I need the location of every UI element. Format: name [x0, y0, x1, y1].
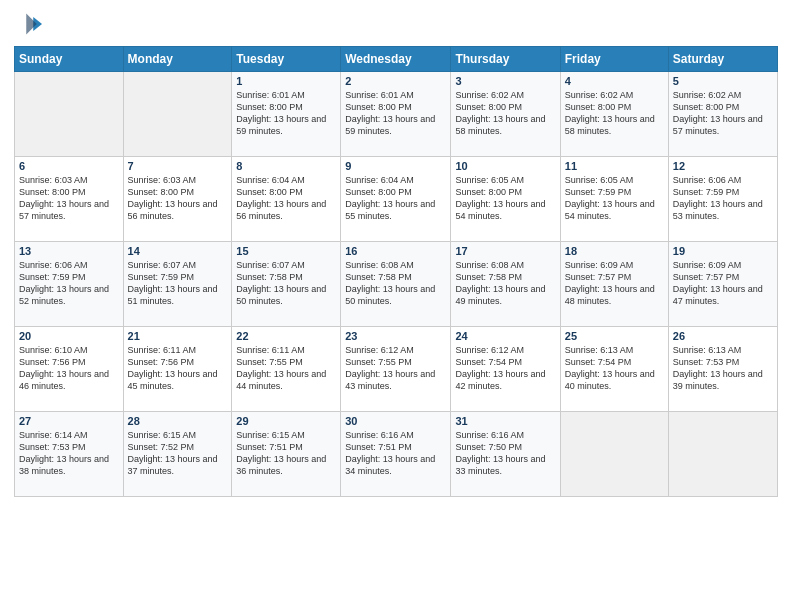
- cell-content: Sunrise: 6:03 AMSunset: 8:00 PMDaylight:…: [128, 174, 228, 223]
- calendar-cell: 29Sunrise: 6:15 AMSunset: 7:51 PMDayligh…: [232, 412, 341, 497]
- svg-marker-1: [26, 14, 37, 35]
- day-header-thursday: Thursday: [451, 47, 560, 72]
- day-number: 22: [236, 330, 336, 342]
- calendar-cell: 27Sunrise: 6:14 AMSunset: 7:53 PMDayligh…: [15, 412, 124, 497]
- calendar-cell: 25Sunrise: 6:13 AMSunset: 7:54 PMDayligh…: [560, 327, 668, 412]
- calendar-cell: 20Sunrise: 6:10 AMSunset: 7:56 PMDayligh…: [15, 327, 124, 412]
- cell-content: Sunrise: 6:08 AMSunset: 7:58 PMDaylight:…: [345, 259, 446, 308]
- cell-content: Sunrise: 6:03 AMSunset: 8:00 PMDaylight:…: [19, 174, 119, 223]
- day-number: 19: [673, 245, 773, 257]
- cell-content: Sunrise: 6:08 AMSunset: 7:58 PMDaylight:…: [455, 259, 555, 308]
- cell-content: Sunrise: 6:02 AMSunset: 8:00 PMDaylight:…: [455, 89, 555, 138]
- week-row-3: 13Sunrise: 6:06 AMSunset: 7:59 PMDayligh…: [15, 242, 778, 327]
- day-number: 21: [128, 330, 228, 342]
- cell-content: Sunrise: 6:02 AMSunset: 8:00 PMDaylight:…: [565, 89, 664, 138]
- calendar-cell: [668, 412, 777, 497]
- calendar-cell: [15, 72, 124, 157]
- calendar-cell: 1Sunrise: 6:01 AMSunset: 8:00 PMDaylight…: [232, 72, 341, 157]
- calendar-cell: 6Sunrise: 6:03 AMSunset: 8:00 PMDaylight…: [15, 157, 124, 242]
- day-number: 27: [19, 415, 119, 427]
- day-number: 31: [455, 415, 555, 427]
- week-row-2: 6Sunrise: 6:03 AMSunset: 8:00 PMDaylight…: [15, 157, 778, 242]
- day-number: 18: [565, 245, 664, 257]
- day-number: 17: [455, 245, 555, 257]
- page: SundayMondayTuesdayWednesdayThursdayFrid…: [0, 0, 792, 612]
- day-number: 11: [565, 160, 664, 172]
- cell-content: Sunrise: 6:04 AMSunset: 8:00 PMDaylight:…: [345, 174, 446, 223]
- day-header-tuesday: Tuesday: [232, 47, 341, 72]
- day-number: 1: [236, 75, 336, 87]
- calendar-cell: 31Sunrise: 6:16 AMSunset: 7:50 PMDayligh…: [451, 412, 560, 497]
- cell-content: Sunrise: 6:14 AMSunset: 7:53 PMDaylight:…: [19, 429, 119, 478]
- day-number: 26: [673, 330, 773, 342]
- day-header-sunday: Sunday: [15, 47, 124, 72]
- cell-content: Sunrise: 6:10 AMSunset: 7:56 PMDaylight:…: [19, 344, 119, 393]
- cell-content: Sunrise: 6:05 AMSunset: 7:59 PMDaylight:…: [565, 174, 664, 223]
- calendar-cell: 4Sunrise: 6:02 AMSunset: 8:00 PMDaylight…: [560, 72, 668, 157]
- day-number: 9: [345, 160, 446, 172]
- cell-content: Sunrise: 6:07 AMSunset: 7:58 PMDaylight:…: [236, 259, 336, 308]
- calendar-cell: [560, 412, 668, 497]
- calendar-cell: 11Sunrise: 6:05 AMSunset: 7:59 PMDayligh…: [560, 157, 668, 242]
- cell-content: Sunrise: 6:06 AMSunset: 7:59 PMDaylight:…: [673, 174, 773, 223]
- calendar-cell: 24Sunrise: 6:12 AMSunset: 7:54 PMDayligh…: [451, 327, 560, 412]
- day-number: 13: [19, 245, 119, 257]
- calendar-cell: 12Sunrise: 6:06 AMSunset: 7:59 PMDayligh…: [668, 157, 777, 242]
- day-header-monday: Monday: [123, 47, 232, 72]
- calendar-cell: 2Sunrise: 6:01 AMSunset: 8:00 PMDaylight…: [341, 72, 451, 157]
- day-number: 7: [128, 160, 228, 172]
- calendar-cell: 5Sunrise: 6:02 AMSunset: 8:00 PMDaylight…: [668, 72, 777, 157]
- day-number: 29: [236, 415, 336, 427]
- day-number: 20: [19, 330, 119, 342]
- cell-content: Sunrise: 6:15 AMSunset: 7:52 PMDaylight:…: [128, 429, 228, 478]
- day-number: 10: [455, 160, 555, 172]
- cell-content: Sunrise: 6:09 AMSunset: 7:57 PMDaylight:…: [565, 259, 664, 308]
- calendar-cell: 17Sunrise: 6:08 AMSunset: 7:58 PMDayligh…: [451, 242, 560, 327]
- day-number: 23: [345, 330, 446, 342]
- cell-content: Sunrise: 6:13 AMSunset: 7:53 PMDaylight:…: [673, 344, 773, 393]
- cell-content: Sunrise: 6:04 AMSunset: 8:00 PMDaylight:…: [236, 174, 336, 223]
- cell-content: Sunrise: 6:11 AMSunset: 7:56 PMDaylight:…: [128, 344, 228, 393]
- day-number: 14: [128, 245, 228, 257]
- calendar-cell: 28Sunrise: 6:15 AMSunset: 7:52 PMDayligh…: [123, 412, 232, 497]
- calendar-cell: 8Sunrise: 6:04 AMSunset: 8:00 PMDaylight…: [232, 157, 341, 242]
- day-header-saturday: Saturday: [668, 47, 777, 72]
- calendar-cell: 3Sunrise: 6:02 AMSunset: 8:00 PMDaylight…: [451, 72, 560, 157]
- day-number: 16: [345, 245, 446, 257]
- cell-content: Sunrise: 6:13 AMSunset: 7:54 PMDaylight:…: [565, 344, 664, 393]
- calendar-cell: 15Sunrise: 6:07 AMSunset: 7:58 PMDayligh…: [232, 242, 341, 327]
- calendar-cell: 21Sunrise: 6:11 AMSunset: 7:56 PMDayligh…: [123, 327, 232, 412]
- calendar-cell: 13Sunrise: 6:06 AMSunset: 7:59 PMDayligh…: [15, 242, 124, 327]
- day-number: 28: [128, 415, 228, 427]
- cell-content: Sunrise: 6:12 AMSunset: 7:55 PMDaylight:…: [345, 344, 446, 393]
- calendar-cell: 22Sunrise: 6:11 AMSunset: 7:55 PMDayligh…: [232, 327, 341, 412]
- calendar-cell: 18Sunrise: 6:09 AMSunset: 7:57 PMDayligh…: [560, 242, 668, 327]
- cell-content: Sunrise: 6:16 AMSunset: 7:50 PMDaylight:…: [455, 429, 555, 478]
- cell-content: Sunrise: 6:11 AMSunset: 7:55 PMDaylight:…: [236, 344, 336, 393]
- cell-content: Sunrise: 6:09 AMSunset: 7:57 PMDaylight:…: [673, 259, 773, 308]
- calendar-cell: 14Sunrise: 6:07 AMSunset: 7:59 PMDayligh…: [123, 242, 232, 327]
- header: [14, 10, 778, 38]
- calendar-cell: 23Sunrise: 6:12 AMSunset: 7:55 PMDayligh…: [341, 327, 451, 412]
- day-header-wednesday: Wednesday: [341, 47, 451, 72]
- week-row-1: 1Sunrise: 6:01 AMSunset: 8:00 PMDaylight…: [15, 72, 778, 157]
- logo: [14, 10, 46, 38]
- day-number: 5: [673, 75, 773, 87]
- cell-content: Sunrise: 6:16 AMSunset: 7:51 PMDaylight:…: [345, 429, 446, 478]
- day-header-friday: Friday: [560, 47, 668, 72]
- day-number: 24: [455, 330, 555, 342]
- day-number: 2: [345, 75, 446, 87]
- calendar-cell: 10Sunrise: 6:05 AMSunset: 8:00 PMDayligh…: [451, 157, 560, 242]
- calendar-cell: 26Sunrise: 6:13 AMSunset: 7:53 PMDayligh…: [668, 327, 777, 412]
- day-number: 30: [345, 415, 446, 427]
- day-number: 3: [455, 75, 555, 87]
- header-row: SundayMondayTuesdayWednesdayThursdayFrid…: [15, 47, 778, 72]
- day-number: 6: [19, 160, 119, 172]
- calendar-table: SundayMondayTuesdayWednesdayThursdayFrid…: [14, 46, 778, 497]
- week-row-5: 27Sunrise: 6:14 AMSunset: 7:53 PMDayligh…: [15, 412, 778, 497]
- cell-content: Sunrise: 6:01 AMSunset: 8:00 PMDaylight:…: [345, 89, 446, 138]
- day-number: 25: [565, 330, 664, 342]
- cell-content: Sunrise: 6:07 AMSunset: 7:59 PMDaylight:…: [128, 259, 228, 308]
- cell-content: Sunrise: 6:12 AMSunset: 7:54 PMDaylight:…: [455, 344, 555, 393]
- cell-content: Sunrise: 6:15 AMSunset: 7:51 PMDaylight:…: [236, 429, 336, 478]
